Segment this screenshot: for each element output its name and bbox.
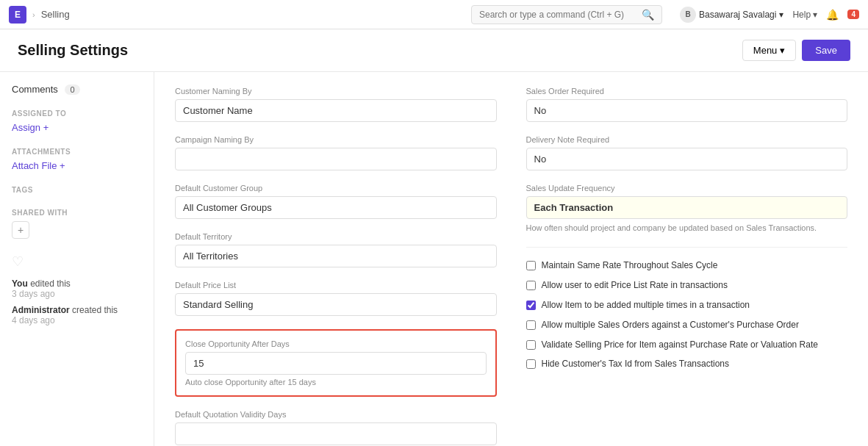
sidebar-shared-with: SHARED WITH +: [12, 209, 142, 239]
checkbox-item-4: Allow multiple Sales Orders against a Cu…: [526, 319, 848, 331]
hide-tax-id-checkbox[interactable]: [526, 359, 536, 369]
sidebar: Comments 0 ASSIGNED TO Assign + ATTACHME…: [0, 72, 154, 446]
page-title: Selling Settings: [18, 42, 128, 59]
form-left-column: Customer Naming By Campaign Naming By De…: [175, 87, 497, 446]
default-price-list-group: Default Price List: [175, 281, 497, 316]
shared-with-label: SHARED WITH: [12, 209, 142, 217]
shared-add-button[interactable]: +: [12, 221, 29, 239]
page: Selling Settings Menu ▾ Save Comments 0 …: [0, 29, 868, 446]
close-opportunity-box: Close Opportunity After Days Auto close …: [175, 329, 497, 397]
default-customer-group-input[interactable]: [175, 196, 497, 219]
customer-naming-by-input[interactable]: [175, 99, 497, 122]
default-customer-group-label: Default Customer Group: [175, 184, 497, 193]
user-avatar: B: [680, 7, 696, 23]
sales-update-desc: How often should project and company be …: [526, 223, 848, 234]
user-menu[interactable]: B Basawaraj Savalagi ▾: [680, 7, 783, 23]
user-chevron-icon: ▾: [779, 10, 783, 20]
breadcrumb-selling: Selling: [41, 9, 70, 20]
comments-label: Comments: [12, 84, 58, 95]
checkboxes-group: Maintain Same Rate Throughout Sales Cycl…: [526, 259, 848, 370]
campaign-naming-by-group: Campaign Naming By: [175, 135, 497, 170]
hide-tax-id-label: Hide Customer's Tax Id from Sales Transa…: [542, 358, 730, 370]
main-form: Customer Naming By Campaign Naming By De…: [154, 72, 868, 446]
assign-button[interactable]: Assign +: [12, 122, 49, 133]
campaign-naming-by-input[interactable]: [175, 148, 497, 170]
delivery-note-required-group: Delivery Note Required: [526, 135, 848, 170]
campaign-naming-by-label: Campaign Naming By: [175, 135, 497, 144]
default-customer-group-group: Default Customer Group: [175, 184, 497, 219]
form-right-column: Sales Order Required Delivery Note Requi…: [526, 87, 848, 446]
sidebar-activity: You edited this 3 days ago Administrator…: [12, 278, 142, 325]
sales-order-required-group: Sales Order Required: [526, 87, 848, 122]
notification-badge: 4: [847, 10, 859, 19]
sales-update-freq-label: Sales Update Frequency: [526, 184, 848, 193]
validate-selling-price-checkbox[interactable]: [526, 340, 536, 350]
default-territory-label: Default Territory: [175, 232, 497, 241]
default-quotation-validity-input[interactable]: [175, 422, 497, 445]
checkbox-item-5: Validate Selling Price for Item against …: [526, 339, 848, 351]
header-actions: Menu ▾ Save: [742, 40, 850, 61]
sidebar-attachments: ATTACHMENTS Attach File +: [12, 148, 142, 171]
breadcrumb-chevron: ›: [32, 10, 35, 19]
search-icon: 🔍: [642, 9, 654, 21]
favorite-icon[interactable]: ♡: [12, 253, 142, 270]
checkbox-item-3: Allow Item to be added multiple times in…: [526, 299, 848, 312]
sidebar-tags: TAGS: [12, 186, 142, 194]
activity-item-2: Administrator created this 4 days ago: [12, 305, 142, 325]
maintain-same-rate-label: Maintain Same Rate Throughout Sales Cycl…: [542, 259, 718, 272]
content-area: Comments 0 ASSIGNED TO Assign + ATTACHME…: [0, 72, 868, 446]
default-quotation-validity-label: Default Quotation Validity Days: [175, 410, 497, 419]
default-price-list-label: Default Price List: [175, 281, 497, 289]
allow-edit-price-list-label: Allow user to edit Price List Rate in tr…: [542, 279, 728, 292]
menu-button[interactable]: Menu ▾: [742, 40, 797, 61]
comments-count: 0: [65, 84, 79, 95]
maintain-same-rate-checkbox[interactable]: [526, 261, 536, 270]
attach-file-button[interactable]: Attach File +: [12, 160, 65, 171]
sidebar-assigned-to: ASSIGNED TO Assign +: [12, 109, 142, 133]
close-opportunity-input[interactable]: [185, 352, 487, 375]
menu-chevron-icon: ▾: [780, 45, 785, 56]
sales-order-required-label: Sales Order Required: [526, 87, 848, 96]
allow-item-multiple-times-label: Allow Item to be added multiple times in…: [542, 299, 750, 312]
close-opportunity-label: Close Opportunity After Days: [185, 339, 487, 348]
customer-naming-by-label: Customer Naming By: [175, 87, 497, 96]
activity-item-1: You edited this 3 days ago: [12, 278, 142, 299]
form-grid: Customer Naming By Campaign Naming By De…: [175, 87, 847, 446]
allow-item-multiple-times-checkbox[interactable]: [526, 301, 536, 310]
sales-order-required-input[interactable]: [526, 99, 848, 122]
notifications-icon[interactable]: 🔔: [826, 9, 839, 21]
allow-multiple-sales-orders-checkbox[interactable]: [526, 320, 536, 330]
delivery-note-required-label: Delivery Note Required: [526, 135, 848, 144]
tags-label: TAGS: [12, 186, 142, 194]
default-quotation-validity-group: Default Quotation Validity Days: [175, 410, 497, 445]
validate-selling-price-label: Validate Selling Price for Item against …: [542, 339, 818, 351]
allow-edit-price-list-checkbox[interactable]: [526, 281, 536, 290]
allow-multiple-sales-orders-label: Allow multiple Sales Orders against a Cu…: [542, 319, 799, 331]
search-input[interactable]: [479, 10, 637, 20]
sales-update-freq-group: Sales Update Frequency How often should …: [526, 184, 848, 234]
page-header: Selling Settings Menu ▾ Save: [0, 29, 868, 72]
divider: [526, 247, 848, 248]
topnav-right: B Basawaraj Savalagi ▾ Help ▾ 🔔 4: [680, 7, 859, 23]
default-territory-group: Default Territory: [175, 232, 497, 267]
checkbox-item-6: Hide Customer's Tax Id from Sales Transa…: [526, 358, 848, 370]
close-opportunity-hint: Auto close Opportunity after 15 days: [185, 378, 487, 386]
help-menu[interactable]: Help ▾: [792, 10, 817, 20]
checkbox-item-2: Allow user to edit Price List Rate in tr…: [526, 279, 848, 292]
sales-update-freq-input[interactable]: [526, 196, 848, 219]
delivery-note-required-input[interactable]: [526, 148, 848, 170]
checkbox-item-1: Maintain Same Rate Throughout Sales Cycl…: [526, 259, 848, 272]
default-price-list-input[interactable]: [175, 293, 497, 316]
attachments-label: ATTACHMENTS: [12, 148, 142, 156]
app-icon: E: [9, 6, 26, 24]
customer-naming-by-group: Customer Naming By: [175, 87, 497, 122]
save-button[interactable]: Save: [802, 40, 850, 61]
assigned-to-label: ASSIGNED TO: [12, 109, 142, 118]
default-territory-input[interactable]: [175, 245, 497, 267]
topnav: E › Selling 🔍 B Basawaraj Savalagi ▾ Hel…: [0, 0, 868, 29]
sidebar-comments: Comments 0: [12, 84, 142, 95]
search-bar[interactable]: 🔍: [471, 5, 662, 24]
